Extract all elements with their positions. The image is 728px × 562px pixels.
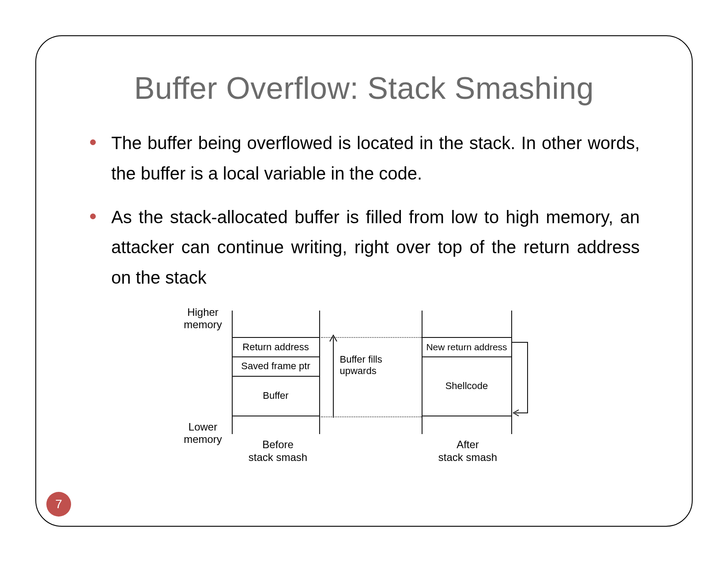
bullet-list: The buffer being overflowed is located i… [66, 128, 662, 293]
after-stack: New return address Shellcode [422, 311, 512, 434]
arrow-up-icon [324, 332, 342, 420]
stack-cell-new-return-address: New return address [422, 337, 512, 357]
cell-label: New return address [426, 342, 507, 352]
cell-label: Shellcode [445, 380, 488, 392]
slide-content: Buffer Overflow: Stack Smashing The buff… [35, 35, 693, 527]
slide: Buffer Overflow: Stack Smashing The buff… [0, 0, 728, 562]
lower-memory-label: Lower memory [179, 421, 227, 445]
stack-cell-buffer: Buffer [232, 376, 320, 416]
arrow-label: Buffer fills upwards [340, 354, 402, 377]
cell-label: Saved frame ptr [241, 360, 310, 372]
higher-memory-label: Higher memory [179, 306, 227, 330]
stack-cell-shellcode: Shellcode [422, 356, 512, 416]
cell-label: Return address [242, 341, 309, 353]
bullet-item: The buffer being overflowed is located i… [88, 128, 640, 189]
before-stack: Return address Saved frame ptr Buffer [232, 311, 320, 434]
stack-cell-return-address: Return address [232, 337, 320, 357]
bullet-item: As the stack-allocated buffer is filled … [88, 202, 640, 293]
page-number: 7 [55, 497, 62, 511]
slide-title: Buffer Overflow: Stack Smashing [66, 71, 662, 106]
stack-cell-saved-frame-ptr: Saved frame ptr [232, 356, 320, 377]
after-caption: After stack smash [430, 438, 505, 464]
cell-label: Buffer [263, 390, 288, 401]
return-pointer-arrow-icon [511, 337, 535, 421]
before-caption: Before stack smash [241, 438, 316, 464]
stack-diagram: Higher memory Lower memory Return addres… [183, 306, 545, 483]
page-number-badge: 7 [46, 492, 71, 517]
